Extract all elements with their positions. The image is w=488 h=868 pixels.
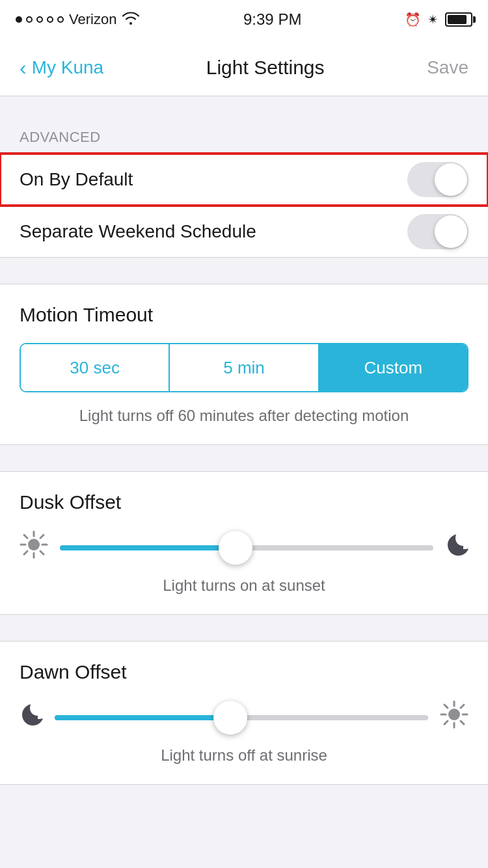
divider-1	[0, 258, 488, 284]
dawn-offset-description: Light turns off at sunrise	[20, 746, 468, 765]
status-right: ⏰ ✴	[405, 12, 472, 27]
svg-line-16	[461, 705, 464, 708]
bluetooth-icon: ✴	[427, 12, 439, 27]
dawn-slider[interactable]	[55, 715, 428, 720]
svg-line-6	[40, 551, 44, 554]
back-chevron-icon: ‹	[20, 57, 27, 78]
svg-line-8	[24, 551, 27, 554]
wifi-icon	[122, 10, 140, 29]
svg-line-14	[444, 705, 448, 708]
svg-line-5	[24, 535, 27, 538]
save-button[interactable]: Save	[427, 57, 468, 78]
moon-icon-dusk	[445, 533, 468, 562]
svg-point-0	[28, 539, 40, 550]
status-time: 9:39 PM	[243, 10, 301, 29]
content: ADVANCED On By Default Separate Weekend …	[0, 96, 488, 811]
svg-point-9	[448, 709, 460, 720]
dawn-offset-section: Dawn Offset	[0, 641, 488, 785]
dusk-slider-thumb[interactable]	[219, 531, 252, 565]
motion-timeout-description: Light turns off 60 minutes after detecti…	[20, 407, 468, 425]
back-label: My Kuna	[32, 57, 104, 78]
advanced-section-label: ADVANCED	[0, 129, 488, 154]
on-by-default-label: On By Default	[20, 169, 133, 190]
on-by-default-row: On By Default	[0, 154, 488, 206]
battery-icon	[445, 12, 472, 27]
svg-line-7	[40, 535, 44, 538]
sun-icon	[20, 530, 48, 565]
dusk-slider-row	[20, 530, 468, 565]
separate-weekend-toggle-knob	[435, 215, 467, 248]
signal-dot-2	[26, 16, 33, 23]
bottom-spacer	[0, 785, 488, 811]
signal-dot-5	[57, 16, 64, 23]
moon-icon-dawn	[20, 703, 43, 732]
separate-weekend-label: Separate Weekend Schedule	[20, 221, 256, 242]
seg-5min[interactable]: 5 min	[170, 344, 319, 391]
seg-custom-label: Custom	[364, 358, 423, 378]
dusk-slider[interactable]	[60, 545, 433, 550]
motion-timeout-title: Motion Timeout	[20, 304, 468, 326]
page-title: Light Settings	[206, 57, 325, 79]
signal-dot-4	[47, 16, 53, 23]
seg-30sec-label: 30 sec	[70, 358, 120, 378]
divider-2	[0, 445, 488, 471]
top-spacer	[0, 96, 488, 129]
dawn-slider-row	[20, 700, 468, 735]
status-bar: Verizon 9:39 PM ⏰ ✴	[0, 0, 488, 39]
dusk-slider-fill	[60, 545, 236, 550]
dusk-offset-description: Light turns on at sunset	[20, 576, 468, 595]
on-by-default-toggle[interactable]	[407, 162, 468, 197]
signal-dot-3	[36, 16, 43, 23]
dawn-slider-fill	[55, 715, 230, 720]
svg-line-17	[444, 721, 448, 724]
back-button[interactable]: ‹ My Kuna	[20, 57, 103, 78]
motion-timeout-section: Motion Timeout 30 sec 5 min Custom Light…	[0, 284, 488, 445]
carrier-label: Verizon	[69, 11, 116, 28]
signal-dot-1	[16, 16, 22, 23]
separate-weekend-row: Separate Weekend Schedule	[0, 206, 488, 258]
seg-custom[interactable]: Custom	[319, 344, 467, 391]
dusk-offset-section: Dusk Offset	[0, 471, 488, 615]
motion-timeout-segmented: 30 sec 5 min Custom	[20, 343, 468, 392]
seg-5min-label: 5 min	[223, 358, 265, 378]
alarm-icon: ⏰	[405, 12, 421, 27]
sun-icon-dawn	[440, 700, 468, 735]
toggle-knob	[435, 163, 467, 196]
nav-bar: ‹ My Kuna Light Settings Save	[0, 39, 488, 96]
separate-weekend-toggle[interactable]	[407, 214, 468, 249]
divider-3	[0, 615, 488, 641]
svg-line-15	[461, 721, 464, 724]
status-left: Verizon	[16, 10, 140, 29]
dawn-slider-thumb[interactable]	[213, 701, 247, 735]
signal-dots	[16, 16, 64, 23]
dawn-offset-title: Dawn Offset	[20, 661, 468, 683]
seg-30sec[interactable]: 30 sec	[21, 344, 170, 391]
dusk-offset-title: Dusk Offset	[20, 491, 468, 513]
